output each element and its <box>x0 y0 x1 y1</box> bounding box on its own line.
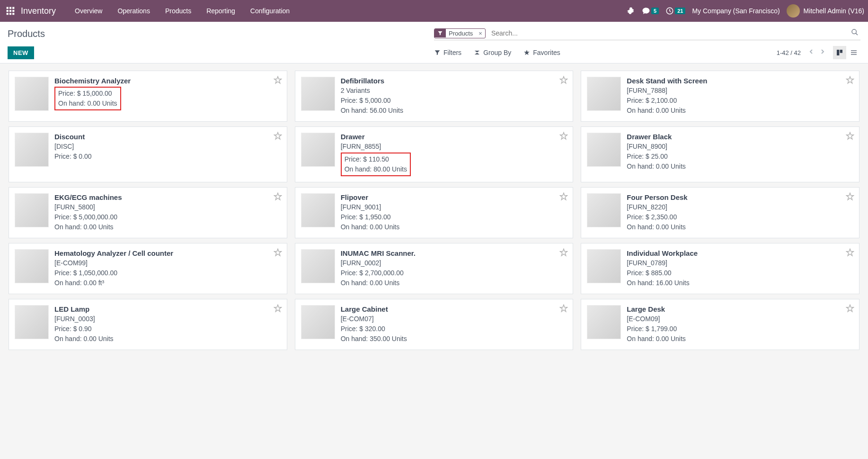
app-title[interactable]: Inventory <box>21 6 56 16</box>
product-card[interactable]: Drawer[FURN_8855]Price: $ 110.50On hand:… <box>295 126 574 182</box>
card-body: Individual Workplace[FURN_0789]Price: $ … <box>627 249 853 288</box>
star-icon[interactable] <box>559 76 568 86</box>
product-card[interactable]: INUMAC MRI Scanner.[FURN_0002]Price: $ 2… <box>295 243 574 294</box>
product-card[interactable]: Biochemistry AnalyzerPrice: $ 15,000.00O… <box>9 71 287 122</box>
favorites-label: Favorites <box>533 49 560 56</box>
product-card[interactable]: Drawer Black[FURN_8900]Price: $ 25.00On … <box>581 126 859 182</box>
product-card[interactable]: Desk Stand with Screen[FURN_7888]Price: … <box>581 71 859 122</box>
product-onhand: On hand: 0.00 Units <box>341 278 567 288</box>
product-code: [E-COM09] <box>627 314 853 324</box>
svg-rect-3 <box>7 10 9 12</box>
star-icon[interactable] <box>274 132 282 142</box>
product-name: Large Cabinet <box>341 305 567 313</box>
product-name: Desk Stand with Screen <box>627 77 853 85</box>
activities-icon[interactable]: 21 <box>665 7 685 15</box>
filters-button[interactable]: Filters <box>434 49 461 56</box>
avatar <box>787 4 800 18</box>
product-card[interactable]: Large Desk[E-COM09]Price: $ 1,799.00On h… <box>581 299 859 350</box>
nav-products[interactable]: Products <box>158 0 199 22</box>
product-code: [E-COM07] <box>341 314 567 324</box>
product-name: LED Lamp <box>54 305 281 313</box>
pill-close[interactable]: × <box>476 29 485 38</box>
product-onhand: On hand: 0.00 Units <box>627 334 853 344</box>
product-card[interactable]: Large Cabinet[E-COM07]Price: $ 320.00On … <box>295 299 574 350</box>
search-icon[interactable] <box>849 28 860 38</box>
favorites-button[interactable]: Favorites <box>523 49 560 56</box>
debug-icon[interactable] <box>627 7 635 15</box>
product-name: Individual Workplace <box>627 249 853 257</box>
nav-configuration[interactable]: Configuration <box>243 0 297 22</box>
apps-icon[interactable] <box>6 6 15 16</box>
star-icon[interactable] <box>559 192 568 203</box>
groupby-button[interactable]: Group By <box>474 49 511 56</box>
svg-rect-11 <box>837 50 839 55</box>
nav-overview[interactable]: Overview <box>67 0 110 22</box>
card-body: Large Desk[E-COM09]Price: $ 1,799.00On h… <box>627 305 853 344</box>
product-price: Price: $ 5,000.00 <box>341 96 567 106</box>
pager-next[interactable] <box>818 47 827 58</box>
price-onhand-group: Price: $ 5,000,000.00On hand: 0.00 Units <box>54 212 281 232</box>
search-bar[interactable]: Products × <box>434 27 860 40</box>
star-icon[interactable] <box>846 132 854 142</box>
product-onhand: On hand: 0.00 Units <box>627 106 853 116</box>
star-icon[interactable] <box>559 132 568 142</box>
price-onhand-group: Price: $ 1,050,000.00On hand: 0.00 ft³ <box>54 268 281 288</box>
star-icon[interactable] <box>559 248 568 259</box>
star-icon[interactable] <box>846 304 854 315</box>
star-icon[interactable] <box>846 248 854 259</box>
product-card[interactable]: Individual Workplace[FURN_0789]Price: $ … <box>581 243 859 294</box>
messages-icon[interactable]: 5 <box>642 7 659 15</box>
star-icon[interactable] <box>274 76 282 86</box>
control-panel: Products Products × NEW Filters Group By <box>0 22 868 63</box>
star-icon[interactable] <box>274 248 282 259</box>
list-view-button[interactable] <box>847 46 860 59</box>
svg-rect-2 <box>12 7 14 9</box>
product-card[interactable]: EKG/ECG machines[FURN_5800]Price: $ 5,00… <box>9 187 287 238</box>
product-card[interactable]: Hematology Analyzer / Cell counter[E-COM… <box>9 243 287 294</box>
filter-icon <box>434 29 446 37</box>
star-icon[interactable] <box>274 304 282 315</box>
product-name: EKG/ECG machines <box>54 193 281 201</box>
price-onhand-group: Price: $ 25.00On hand: 0.00 Units <box>627 152 853 171</box>
user-menu[interactable]: Mitchell Admin (V16) <box>787 4 864 18</box>
product-image <box>587 133 621 167</box>
svg-point-10 <box>852 29 856 34</box>
product-image <box>587 249 621 283</box>
product-code: [FURN_8220] <box>627 202 853 212</box>
svg-rect-5 <box>12 10 14 12</box>
search-input[interactable] <box>489 27 849 39</box>
groupby-label: Group By <box>483 49 511 56</box>
company-selector[interactable]: My Company (San Francisco) <box>692 7 779 15</box>
price-onhand-group: Price: $ 2,100.00On hand: 0.00 Units <box>627 96 853 116</box>
product-onhand: On hand: 80.00 Units <box>345 164 407 174</box>
nav-reporting[interactable]: Reporting <box>199 0 243 22</box>
star-icon[interactable] <box>559 304 568 315</box>
product-card[interactable]: Flipover[FURN_9001]Price: $ 1,950.00On h… <box>295 187 574 238</box>
product-image <box>15 77 49 111</box>
product-card[interactable]: LED Lamp[FURN_0003]Price: $ 0.90On hand:… <box>9 299 287 350</box>
price-onhand-group: Price: $ 885.00On hand: 16.00 Units <box>627 268 853 288</box>
star-icon[interactable] <box>274 192 282 203</box>
product-price: Price: $ 1,950.00 <box>341 212 567 222</box>
new-button[interactable]: NEW <box>8 46 34 59</box>
search-filter-pill[interactable]: Products × <box>434 28 486 38</box>
price-onhand-group: Price: $ 1,799.00On hand: 0.00 Units <box>627 324 853 344</box>
pager-prev[interactable] <box>806 47 816 58</box>
price-onhand-group: Price: $ 110.50On hand: 80.00 Units <box>341 153 411 176</box>
card-body: INUMAC MRI Scanner.[FURN_0002]Price: $ 2… <box>341 249 567 288</box>
product-card[interactable]: Four Person Desk[FURN_8220]Price: $ 2,35… <box>581 187 859 238</box>
card-body: Biochemistry AnalyzerPrice: $ 15,000.00O… <box>54 77 281 116</box>
kanban-view-button[interactable] <box>833 46 846 59</box>
product-price: Price: $ 0.00 <box>54 152 281 162</box>
svg-rect-1 <box>9 7 11 9</box>
product-code: [FURN_8900] <box>627 142 853 152</box>
pager-text[interactable]: 1-42 / 42 <box>777 49 801 56</box>
product-onhand: On hand: 0.00 Units <box>341 222 567 232</box>
product-card[interactable]: Discount[DISC]Price: $ 0.00 <box>9 126 287 182</box>
star-icon[interactable] <box>846 76 854 86</box>
nav-operations[interactable]: Operations <box>110 0 157 22</box>
star-icon[interactable] <box>846 192 854 203</box>
card-body: LED Lamp[FURN_0003]Price: $ 0.90On hand:… <box>54 305 281 344</box>
product-card[interactable]: Defibrillators2 VariantsPrice: $ 5,000.0… <box>295 71 574 122</box>
product-onhand: On hand: 0.00 Units <box>54 222 281 232</box>
